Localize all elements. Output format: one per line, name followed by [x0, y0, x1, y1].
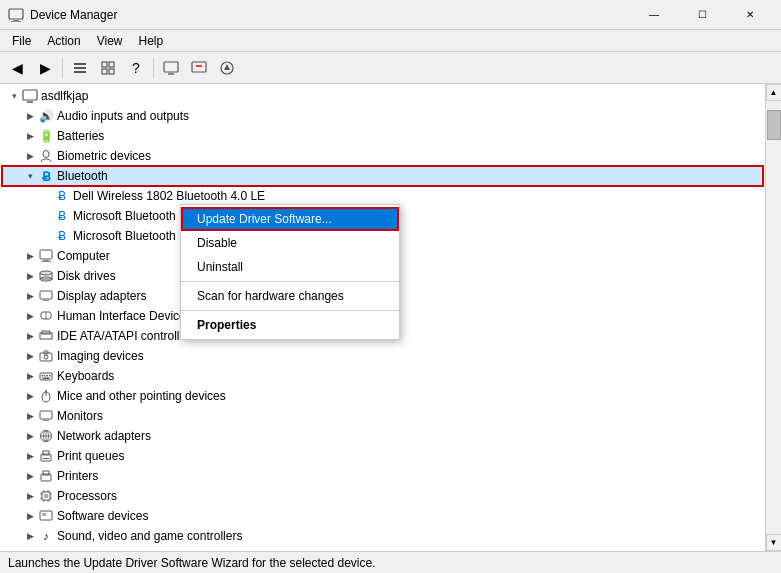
- help-button[interactable]: ?: [123, 56, 149, 80]
- menu-view[interactable]: View: [89, 32, 131, 50]
- expand-button[interactable]: [95, 56, 121, 80]
- scrollbar[interactable]: ▲ ▼: [765, 84, 781, 551]
- svg-rect-9: [109, 69, 114, 74]
- svg-rect-11: [168, 73, 174, 75]
- context-menu-scan-hardware[interactable]: Scan for hardware changes: [181, 284, 399, 308]
- close-button[interactable]: ✕: [727, 0, 773, 30]
- item-arrow: ▶: [22, 468, 38, 484]
- list-item[interactable]: ▶ Keyboards: [2, 366, 763, 386]
- scroll-up-button[interactable]: ▲: [766, 84, 782, 101]
- item-label: Display adapters: [57, 289, 146, 303]
- item-arrow: ▶: [22, 288, 38, 304]
- list-item[interactable]: ▶ Network adapters: [2, 426, 763, 446]
- svg-rect-6: [102, 62, 107, 67]
- sound-icon: ♪: [38, 528, 54, 544]
- context-menu-uninstall[interactable]: Uninstall: [181, 255, 399, 279]
- title-bar: Device Manager — ☐ ✕: [0, 0, 781, 30]
- context-menu-properties[interactable]: Properties: [181, 313, 399, 337]
- disk-icon: [38, 268, 54, 284]
- list-item[interactable]: Ƀ Dell Wireless 1802 Bluetooth 4.0 LE: [2, 186, 763, 206]
- update-driver-button[interactable]: [214, 56, 240, 80]
- toolbar-sep-1: [62, 58, 63, 78]
- scroll-down-button[interactable]: ▼: [766, 534, 782, 551]
- svg-rect-2: [11, 21, 21, 22]
- list-item[interactable]: ▶ Mice and other pointing devices: [2, 386, 763, 406]
- list-item[interactable]: ▶ Imaging devices: [2, 346, 763, 366]
- item-label: Network adapters: [57, 429, 151, 443]
- svg-point-18: [43, 151, 49, 158]
- item-label: Mice and other pointing devices: [57, 389, 226, 403]
- list-item[interactable]: ▶ Processors: [2, 486, 763, 506]
- item-arrow: ▶: [22, 248, 38, 264]
- status-bar: Launches the Update Driver Software Wiza…: [0, 551, 781, 573]
- svg-rect-37: [47, 375, 49, 377]
- list-item[interactable]: ▶ ♪ Sound, video and game controllers: [2, 526, 763, 546]
- list-item[interactable]: ▶ 🔊 Audio inputs and outputs: [2, 106, 763, 126]
- minimize-button[interactable]: —: [631, 0, 677, 30]
- title-bar-controls: — ☐ ✕: [631, 0, 773, 30]
- collapse-button[interactable]: [67, 56, 93, 80]
- svg-rect-19: [40, 250, 52, 259]
- context-menu-disable[interactable]: Disable: [181, 231, 399, 255]
- svg-marker-15: [224, 64, 230, 70]
- svg-rect-12: [192, 62, 206, 72]
- computer-button[interactable]: [158, 56, 184, 80]
- item-label: Computer: [57, 249, 110, 263]
- svg-rect-25: [40, 291, 52, 299]
- software-icon: [38, 508, 54, 524]
- keyboard-icon: [38, 368, 54, 384]
- svg-rect-39: [43, 378, 50, 380]
- root-arrow: ▾: [6, 88, 22, 104]
- item-label: Imaging devices: [57, 349, 144, 363]
- list-item[interactable]: ▶ Biometric devices: [2, 146, 763, 166]
- list-item[interactable]: ▶ Software devices: [2, 506, 763, 526]
- list-item[interactable]: ▶ Printers: [2, 466, 763, 486]
- svg-point-42: [45, 390, 47, 392]
- svg-rect-5: [74, 71, 86, 73]
- menu-file[interactable]: File: [4, 32, 39, 50]
- item-arrow: ▶: [22, 408, 38, 424]
- bt-device-icon: Ƀ: [54, 208, 70, 224]
- item-arrow: ▶: [22, 548, 38, 551]
- display-icon: [38, 288, 54, 304]
- item-arrow: ▶: [22, 428, 38, 444]
- computer-icon: [38, 248, 54, 264]
- forward-button[interactable]: ▶: [32, 56, 58, 80]
- scan-hardware-icon-button[interactable]: [186, 56, 212, 80]
- list-item[interactable]: ▶ Print queues: [2, 446, 763, 466]
- list-item[interactable]: ▶ 🔋 Batteries: [2, 126, 763, 146]
- monitors-icon: [38, 408, 54, 424]
- maximize-button[interactable]: ☐: [679, 0, 725, 30]
- tree-root[interactable]: ▾ asdlfkjap: [2, 86, 763, 106]
- svg-rect-10: [164, 62, 178, 72]
- printers-icon: [38, 468, 54, 484]
- item-label: Audio inputs and outputs: [57, 109, 189, 123]
- network-icon: [38, 428, 54, 444]
- svg-point-32: [44, 355, 48, 359]
- svg-rect-51: [43, 458, 49, 459]
- item-arrow: ▶: [22, 488, 38, 504]
- scroll-track[interactable]: [766, 141, 782, 534]
- scroll-thumb[interactable]: [767, 110, 781, 140]
- list-item[interactable]: ▶ Monitors: [2, 406, 763, 426]
- item-arrow: ▶: [22, 128, 38, 144]
- svg-rect-3: [74, 63, 86, 65]
- back-button[interactable]: ◀: [4, 56, 30, 80]
- menu-action[interactable]: Action: [39, 32, 88, 50]
- hid-icon: [38, 308, 54, 324]
- print-queues-icon: [38, 448, 54, 464]
- context-menu-sep-2: [181, 310, 399, 311]
- bluetooth-item[interactable]: ▾ Ƀ Bluetooth: [2, 166, 763, 186]
- list-item[interactable]: ▶ Storage controllers: [2, 546, 763, 551]
- item-label: Sound, video and game controllers: [57, 529, 242, 543]
- svg-rect-26: [43, 300, 49, 301]
- item-label: Disk drives: [57, 269, 116, 283]
- menu-help[interactable]: Help: [131, 32, 172, 50]
- item-label: Monitors: [57, 409, 103, 423]
- menu-bar: File Action View Help: [0, 30, 781, 52]
- main-content: ▾ asdlfkjap ▶ 🔊 Audio inputs and outputs…: [0, 84, 781, 551]
- svg-rect-8: [102, 69, 107, 74]
- item-arrow: ▶: [22, 448, 38, 464]
- item-arrow: ▶: [22, 528, 38, 544]
- context-menu-update-driver[interactable]: Update Driver Software...: [181, 207, 399, 231]
